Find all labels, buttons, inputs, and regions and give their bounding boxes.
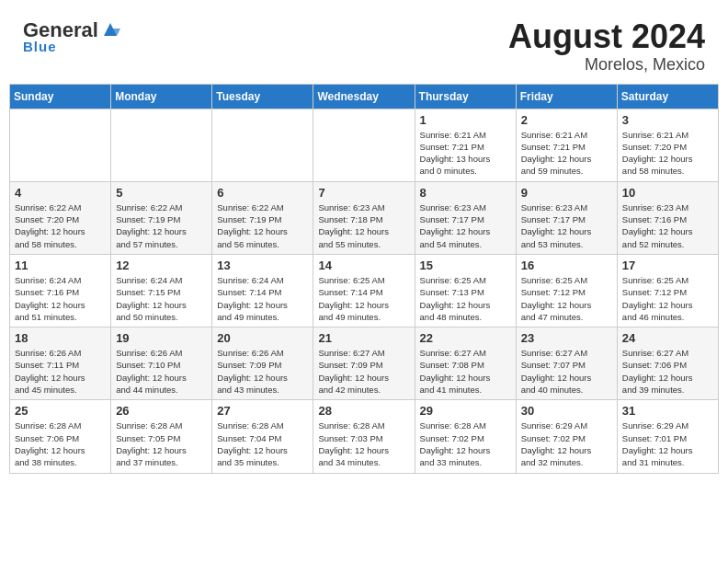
table-row: 4Sunrise: 6:22 AM Sunset: 7:20 PM Daylig… <box>10 181 111 254</box>
day-info: Sunrise: 6:24 AM Sunset: 7:14 PM Dayligh… <box>217 274 308 323</box>
day-info: Sunrise: 6:24 AM Sunset: 7:15 PM Dayligh… <box>116 274 207 323</box>
logo: General Blue <box>23 18 120 54</box>
day-info: Sunrise: 6:26 AM Sunset: 7:11 PM Dayligh… <box>15 347 106 396</box>
day-info: Sunrise: 6:27 AM Sunset: 7:07 PM Dayligh… <box>521 347 612 396</box>
day-number: 31 <box>622 404 713 418</box>
day-info: Sunrise: 6:28 AM Sunset: 7:04 PM Dayligh… <box>217 419 308 468</box>
table-row: 18Sunrise: 6:26 AM Sunset: 7:11 PM Dayli… <box>10 327 111 400</box>
day-info: Sunrise: 6:23 AM Sunset: 7:16 PM Dayligh… <box>622 201 713 250</box>
table-row: 27Sunrise: 6:28 AM Sunset: 7:04 PM Dayli… <box>212 400 313 473</box>
day-info: Sunrise: 6:28 AM Sunset: 7:05 PM Dayligh… <box>116 419 207 468</box>
table-row: 17Sunrise: 6:25 AM Sunset: 7:12 PM Dayli… <box>617 254 718 327</box>
day-info: Sunrise: 6:26 AM Sunset: 7:10 PM Dayligh… <box>116 347 207 396</box>
day-number: 29 <box>420 404 511 418</box>
table-row <box>10 109 111 181</box>
table-row <box>111 109 212 181</box>
col-saturday: Saturday <box>617 84 718 109</box>
month-year: August 2024 <box>508 18 705 55</box>
table-row: 3Sunrise: 6:21 AM Sunset: 7:20 PM Daylig… <box>617 109 718 181</box>
day-info: Sunrise: 6:29 AM Sunset: 7:01 PM Dayligh… <box>622 419 713 468</box>
day-number: 21 <box>318 331 409 345</box>
location: Morelos, Mexico <box>508 55 705 75</box>
day-number: 7 <box>318 186 409 200</box>
col-monday: Monday <box>111 84 212 109</box>
table-row: 28Sunrise: 6:28 AM Sunset: 7:03 PM Dayli… <box>313 400 415 473</box>
day-number: 5 <box>116 186 207 200</box>
col-wednesday: Wednesday <box>313 84 415 109</box>
day-number: 15 <box>420 259 511 272</box>
day-number: 8 <box>420 186 511 200</box>
table-row: 31Sunrise: 6:29 AM Sunset: 7:01 PM Dayli… <box>617 400 718 473</box>
day-number: 26 <box>116 404 207 418</box>
day-info: Sunrise: 6:27 AM Sunset: 7:06 PM Dayligh… <box>622 347 713 396</box>
col-sunday: Sunday <box>10 84 111 109</box>
day-number: 18 <box>15 331 106 345</box>
day-info: Sunrise: 6:27 AM Sunset: 7:09 PM Dayligh… <box>318 347 409 396</box>
table-row: 20Sunrise: 6:26 AM Sunset: 7:09 PM Dayli… <box>212 327 313 400</box>
table-row <box>313 109 415 181</box>
day-info: Sunrise: 6:25 AM Sunset: 7:12 PM Dayligh… <box>622 274 713 323</box>
day-number: 6 <box>217 186 308 200</box>
table-row: 13Sunrise: 6:24 AM Sunset: 7:14 PM Dayli… <box>212 254 313 327</box>
calendar-week-4: 18Sunrise: 6:26 AM Sunset: 7:11 PM Dayli… <box>10 327 719 400</box>
table-row: 8Sunrise: 6:23 AM Sunset: 7:17 PM Daylig… <box>415 181 516 254</box>
day-info: Sunrise: 6:22 AM Sunset: 7:19 PM Dayligh… <box>217 201 308 250</box>
day-info: Sunrise: 6:23 AM Sunset: 7:18 PM Dayligh… <box>318 201 409 250</box>
day-number: 22 <box>420 331 511 345</box>
table-row: 21Sunrise: 6:27 AM Sunset: 7:09 PM Dayli… <box>313 327 415 400</box>
day-info: Sunrise: 6:22 AM Sunset: 7:20 PM Dayligh… <box>15 201 106 250</box>
table-row: 11Sunrise: 6:24 AM Sunset: 7:16 PM Dayli… <box>10 254 111 327</box>
table-row: 22Sunrise: 6:27 AM Sunset: 7:08 PM Dayli… <box>415 327 516 400</box>
day-number: 3 <box>622 113 713 127</box>
table-row: 23Sunrise: 6:27 AM Sunset: 7:07 PM Dayli… <box>516 327 617 400</box>
col-tuesday: Tuesday <box>212 84 313 109</box>
day-info: Sunrise: 6:23 AM Sunset: 7:17 PM Dayligh… <box>521 201 612 250</box>
day-info: Sunrise: 6:21 AM Sunset: 7:20 PM Dayligh… <box>622 129 713 178</box>
table-row: 29Sunrise: 6:28 AM Sunset: 7:02 PM Dayli… <box>415 400 516 473</box>
table-row: 14Sunrise: 6:25 AM Sunset: 7:14 PM Dayli… <box>313 254 415 327</box>
day-info: Sunrise: 6:21 AM Sunset: 7:21 PM Dayligh… <box>420 129 511 178</box>
table-row: 24Sunrise: 6:27 AM Sunset: 7:06 PM Dayli… <box>617 327 718 400</box>
day-info: Sunrise: 6:26 AM Sunset: 7:09 PM Dayligh… <box>217 347 308 396</box>
day-number: 25 <box>15 404 106 418</box>
day-number: 19 <box>116 331 207 345</box>
day-number: 17 <box>622 259 713 272</box>
day-number: 20 <box>217 331 308 345</box>
day-number: 13 <box>217 259 308 272</box>
table-row: 1Sunrise: 6:21 AM Sunset: 7:21 PM Daylig… <box>415 109 516 181</box>
day-info: Sunrise: 6:25 AM Sunset: 7:14 PM Dayligh… <box>318 274 409 323</box>
day-number: 23 <box>521 331 612 345</box>
table-row: 25Sunrise: 6:28 AM Sunset: 7:06 PM Dayli… <box>10 400 111 473</box>
table-row: 9Sunrise: 6:23 AM Sunset: 7:17 PM Daylig… <box>516 181 617 254</box>
day-number: 10 <box>622 186 713 200</box>
day-number: 30 <box>521 404 612 418</box>
day-number: 24 <box>622 331 713 345</box>
day-number: 14 <box>318 259 409 272</box>
table-row: 5Sunrise: 6:22 AM Sunset: 7:19 PM Daylig… <box>111 181 212 254</box>
calendar-week-1: 1Sunrise: 6:21 AM Sunset: 7:21 PM Daylig… <box>10 109 719 181</box>
col-thursday: Thursday <box>415 84 516 109</box>
table-row: 16Sunrise: 6:25 AM Sunset: 7:12 PM Dayli… <box>516 254 617 327</box>
table-row: 15Sunrise: 6:25 AM Sunset: 7:13 PM Dayli… <box>415 254 516 327</box>
logo-icon <box>100 19 120 40</box>
day-number: 16 <box>521 259 612 272</box>
day-info: Sunrise: 6:24 AM Sunset: 7:16 PM Dayligh… <box>15 274 106 323</box>
day-number: 2 <box>521 113 612 127</box>
day-info: Sunrise: 6:23 AM Sunset: 7:17 PM Dayligh… <box>420 201 511 250</box>
table-row: 26Sunrise: 6:28 AM Sunset: 7:05 PM Dayli… <box>111 400 212 473</box>
table-row <box>212 109 313 181</box>
calendar-week-2: 4Sunrise: 6:22 AM Sunset: 7:20 PM Daylig… <box>10 181 719 254</box>
day-info: Sunrise: 6:25 AM Sunset: 7:12 PM Dayligh… <box>521 274 612 323</box>
logo-blue: Blue <box>23 39 57 54</box>
day-number: 4 <box>15 186 106 200</box>
col-friday: Friday <box>516 84 617 109</box>
day-number: 28 <box>318 404 409 418</box>
table-row: 19Sunrise: 6:26 AM Sunset: 7:10 PM Dayli… <box>111 327 212 400</box>
day-info: Sunrise: 6:27 AM Sunset: 7:08 PM Dayligh… <box>420 347 511 396</box>
table-row: 10Sunrise: 6:23 AM Sunset: 7:16 PM Dayli… <box>617 181 718 254</box>
day-info: Sunrise: 6:28 AM Sunset: 7:03 PM Dayligh… <box>318 419 409 468</box>
day-info: Sunrise: 6:21 AM Sunset: 7:21 PM Dayligh… <box>521 129 612 178</box>
day-info: Sunrise: 6:22 AM Sunset: 7:19 PM Dayligh… <box>116 201 207 250</box>
day-number: 27 <box>217 404 308 418</box>
day-number: 12 <box>116 259 207 272</box>
